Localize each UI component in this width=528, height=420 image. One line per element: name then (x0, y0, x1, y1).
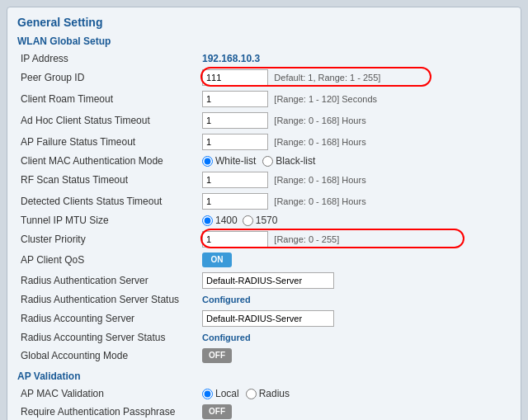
radius-acct-server-input[interactable] (202, 310, 334, 327)
adhoc-label: Ad Hoc Client Status Timeout (17, 110, 199, 131)
wlan-section-title: WLAN Global Setup (17, 35, 511, 47)
tunnel-mtu-radio2[interactable]: 1570 (243, 215, 278, 226)
radius-radio[interactable]: Radius (246, 388, 290, 399)
radius-acct-status-value: Configured (202, 333, 251, 342)
local-radio[interactable]: Local (202, 388, 239, 399)
ap-failure-hint: [Range: 0 - 168] Hours (274, 137, 365, 147)
detected-clients-hint: [Range: 0 - 168] Hours (274, 196, 365, 206)
radius-acct-server-label: Radius Accounting Server (17, 308, 199, 329)
peer-group-label: Peer Group ID (17, 67, 199, 88)
radius-acct-server-row: Radius Accounting Server (17, 308, 511, 329)
radius-auth-server-input[interactable] (202, 272, 334, 289)
blacklist-radio[interactable]: Black-list (262, 155, 315, 167)
ip-address-row: IP Address 192.168.10.3 (17, 50, 511, 67)
ap-client-qos-row: AP Client QoS ON (17, 250, 511, 270)
radius-auth-status-label: Radius Authentication Server Status (17, 291, 199, 308)
rf-scan-input[interactable] (202, 172, 268, 188)
require-passphrase-toggle[interactable]: OFF (202, 404, 232, 419)
peer-group-hint: Default: 1, Range: 1 - 255] (274, 73, 380, 83)
global-accounting-row: Global Accounting Mode OFF (17, 346, 511, 366)
rf-scan-hint: [Range: 0 - 168] Hours (274, 175, 365, 185)
client-mac-label: Client MAC Authentication Mode (17, 153, 199, 169)
radius-auth-server-row: Radius Authentication Server (17, 270, 511, 291)
peer-group-input[interactable] (202, 69, 268, 86)
client-mac-row: Client MAC Authentication Mode White-lis… (17, 153, 511, 169)
peer-group-row: Peer Group ID Default: 1, Range: 1 - 255… (17, 67, 511, 88)
require-passphrase-label: Require Authentication Passphrase (17, 402, 199, 420)
ip-address-label: IP Address (17, 50, 199, 67)
ap-failure-row: AP Failure Status Timeout [Range: 0 - 16… (17, 131, 511, 153)
client-roam-hint: [Range: 1 - 120] Seconds (274, 94, 377, 104)
adhoc-input[interactable] (202, 112, 268, 129)
cluster-priority-row: Cluster Priority [Range: 0 - 255] (17, 229, 511, 250)
ap-client-qos-toggle[interactable]: ON (202, 252, 232, 267)
adhoc-row: Ad Hoc Client Status Timeout [Range: 0 -… (17, 110, 511, 131)
client-roam-row: Client Roam Timeout [Range: 1 - 120] Sec… (17, 88, 511, 110)
ap-client-qos-label: AP Client QoS (17, 250, 199, 270)
whitelist-radio[interactable]: White-list (202, 155, 256, 167)
tunnel-mtu-row: Tunnel IP MTU Size 1400 1570 (17, 212, 511, 229)
radius-auth-server-label: Radius Authentication Server (17, 270, 199, 291)
detected-clients-input[interactable] (202, 193, 268, 210)
detected-clients-label: Detected Clients Status Timeout (17, 191, 199, 212)
global-accounting-toggle[interactable]: OFF (202, 348, 232, 363)
tunnel-mtu-label: Tunnel IP MTU Size (17, 212, 199, 229)
client-roam-input[interactable] (202, 91, 268, 107)
tunnel-mtu-radio1[interactable]: 1400 (202, 215, 238, 226)
ap-failure-label: AP Failure Status Timeout (17, 131, 199, 153)
cluster-priority-label: Cluster Priority (17, 229, 199, 250)
radius-auth-status-row: Radius Authentication Server Status Conf… (17, 291, 511, 308)
global-accounting-label: Global Accounting Mode (17, 346, 199, 366)
cluster-priority-input[interactable] (202, 231, 268, 248)
detected-clients-row: Detected Clients Status Timeout [Range: … (17, 191, 511, 212)
radius-acct-status-row: Radius Accounting Server Status Configur… (17, 329, 511, 346)
adhoc-hint: [Range: 0 - 168] Hours (274, 116, 365, 125)
ap-mac-row: AP MAC Validation Local Radius (17, 385, 511, 402)
rf-scan-row: RF Scan Status Timeout [Range: 0 - 168] … (17, 169, 511, 191)
client-roam-label: Client Roam Timeout (17, 88, 199, 110)
ip-address-value: 192.168.10.3 (202, 53, 260, 64)
panel-title: General Setting (17, 16, 511, 29)
cluster-priority-hint: [Range: 0 - 255] (274, 234, 339, 244)
require-passphrase-row: Require Authentication Passphrase OFF (17, 402, 511, 420)
ap-validation-title: AP Validation (17, 370, 511, 382)
radius-auth-status-value: Configured (202, 295, 251, 304)
ap-failure-input[interactable] (202, 134, 268, 150)
radius-acct-status-label: Radius Accounting Server Status (17, 329, 199, 346)
rf-scan-label: RF Scan Status Timeout (17, 169, 199, 191)
ap-mac-label: AP MAC Validation (17, 385, 199, 402)
